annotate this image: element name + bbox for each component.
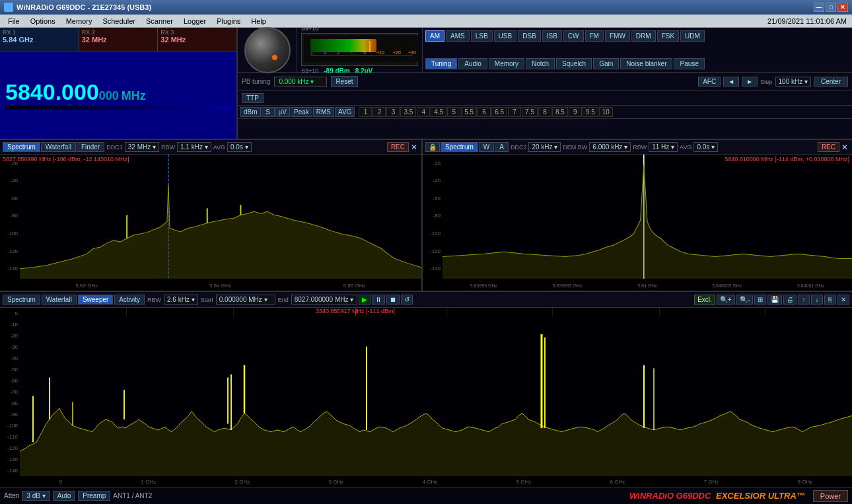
sscale-4[interactable]: 4 xyxy=(417,107,430,117)
mode-usb[interactable]: USB xyxy=(494,30,517,42)
func-memory[interactable]: Memory xyxy=(489,58,524,69)
sscale-45[interactable]: 4.5 xyxy=(431,107,446,117)
left-rbw-value[interactable]: 1.1 kHz ▾ xyxy=(177,142,211,152)
preamp-button[interactable]: Preamp xyxy=(78,491,110,501)
sweeper-refresh[interactable]: ↺ xyxy=(401,295,413,305)
mode-dsb[interactable]: DSB xyxy=(518,30,541,42)
func-squelch[interactable]: Squelch xyxy=(556,58,592,69)
mode-am[interactable]: AM xyxy=(425,30,444,42)
auto-button[interactable]: Auto xyxy=(53,491,76,501)
sscale-9[interactable]: 9 xyxy=(569,107,582,117)
sweeper-close[interactable]: ✕ xyxy=(837,295,849,305)
sweeper-rbw-value[interactable]: 2.6 kHz ▾ xyxy=(164,295,198,305)
left-avg-value[interactable]: 0.0s ▾ xyxy=(227,142,252,152)
sscale-85[interactable]: 8.5 xyxy=(552,107,568,117)
func-notch[interactable]: Notch xyxy=(526,58,555,69)
mode-lsb[interactable]: LSB xyxy=(471,30,493,42)
left-tab-finder[interactable]: Finder xyxy=(77,142,104,152)
sweeper-tab-waterfall[interactable]: Waterfall xyxy=(42,295,77,305)
sscale-s[interactable]: S xyxy=(262,107,275,117)
right-rec-button[interactable]: REC xyxy=(818,142,839,152)
sscale-10[interactable]: 10 xyxy=(599,107,613,117)
mode-udm[interactable]: UDM xyxy=(680,30,705,42)
mode-fm[interactable]: FM xyxy=(585,30,604,42)
menu-logger[interactable]: Logger xyxy=(178,16,211,26)
sscale-65[interactable]: 6.5 xyxy=(491,107,507,117)
left-ddc-value[interactable]: 32 MHz ▾ xyxy=(125,142,159,152)
mode-fsk[interactable]: FSK xyxy=(657,30,679,42)
sscale-55[interactable]: 5.5 xyxy=(461,107,477,117)
afc-button[interactable]: AFC xyxy=(698,77,721,87)
func-audio[interactable]: Audio xyxy=(458,58,487,69)
menu-scheduler[interactable]: Scheduler xyxy=(97,16,141,26)
sweeper-copy[interactable]: ⎘ xyxy=(824,295,836,305)
sscale-3[interactable]: 3 xyxy=(386,107,400,117)
rx-channel-2[interactable]: RX 2 32 MHz xyxy=(79,28,159,51)
rx-channel-1[interactable]: RX 1 5.84 GHz xyxy=(0,28,79,51)
right-avg-value[interactable]: 0.0s ▾ xyxy=(693,142,718,152)
sscale-1[interactable]: 1 xyxy=(359,107,372,117)
mode-isb[interactable]: ISB xyxy=(542,30,562,42)
func-pause[interactable]: Pause xyxy=(674,58,704,69)
pb-reset[interactable]: Reset xyxy=(331,76,357,87)
sweeper-pause[interactable]: ⏸ xyxy=(372,295,385,305)
sweeper-end-value[interactable]: 8027.000000 MHz ▾ xyxy=(291,295,357,305)
menu-options[interactable]: Options xyxy=(25,16,61,26)
sweeper-tab-sweeper[interactable]: Sweeper xyxy=(78,295,113,305)
sscale-6[interactable]: 6 xyxy=(478,107,491,117)
sscale-95[interactable]: 9.5 xyxy=(583,107,598,117)
sscale-75[interactable]: 7.5 xyxy=(522,107,538,117)
menu-scanner[interactable]: Scanner xyxy=(141,16,178,26)
sweeper-tab-activity[interactable]: Activity xyxy=(114,295,145,305)
sscale-peak[interactable]: Peak xyxy=(291,107,312,117)
right-dembw-value[interactable]: 6.000 kHz ▾ xyxy=(589,142,631,152)
rx-channel-3[interactable]: RX 3 32 MHz xyxy=(158,28,236,51)
sweeper-zoom-out[interactable]: 🔍- xyxy=(736,295,753,305)
func-tuning[interactable]: Tuning xyxy=(425,58,457,69)
menu-memory[interactable]: Memory xyxy=(61,16,98,26)
left-rec-button[interactable]: REC xyxy=(387,142,409,152)
right-tab-spectrum[interactable]: Spectrum xyxy=(441,142,478,152)
maximize-button[interactable]: □ xyxy=(826,3,836,12)
minimize-button[interactable]: — xyxy=(814,3,824,12)
ttp-button[interactable]: TTP xyxy=(242,93,264,103)
sscale-uv[interactable]: µV xyxy=(275,107,290,117)
sweeper-excl[interactable]: Excl. xyxy=(694,295,715,305)
sweeper-tab-spectrum[interactable]: Spectrum xyxy=(3,295,40,305)
sscale-35[interactable]: 3.5 xyxy=(400,107,416,117)
right-tab-a[interactable]: A xyxy=(495,142,509,152)
sscale-2[interactable]: 2 xyxy=(373,107,386,117)
left-settings-icon[interactable]: ✕ xyxy=(409,143,419,152)
sscale-avg[interactable]: AVG xyxy=(335,107,355,117)
left-tab-spectrum[interactable]: Spectrum xyxy=(3,142,40,152)
close-button[interactable]: ✕ xyxy=(837,3,848,12)
sweeper-save[interactable]: 💾 xyxy=(767,295,782,305)
afc-next[interactable]: ► xyxy=(742,77,758,87)
right-settings-icon[interactable]: ✕ xyxy=(840,143,849,152)
sweeper-zoom-in[interactable]: 🔍+ xyxy=(717,295,735,305)
power-button[interactable]: Power xyxy=(813,490,848,502)
afc-prev[interactable]: ◄ xyxy=(723,77,739,87)
vfo-dial[interactable] xyxy=(244,27,291,73)
right-ddc-value[interactable]: 20 kHz ▾ xyxy=(528,142,561,152)
menu-help[interactable]: Help xyxy=(246,16,271,26)
sweeper-play[interactable]: ▶ xyxy=(359,295,371,305)
right-tab-w[interactable]: W xyxy=(479,142,494,152)
sweeper-up[interactable]: ↑ xyxy=(798,295,810,305)
sscale-rms[interactable]: RMS xyxy=(313,107,334,117)
right-rbw-value[interactable]: 11 Hz ▾ xyxy=(649,142,678,152)
left-tab-waterfall[interactable]: Waterfall xyxy=(41,142,76,152)
sweeper-down[interactable]: ↓ xyxy=(811,295,823,305)
menu-file[interactable]: File xyxy=(3,16,25,26)
sweeper-start-value[interactable]: 0.000000 MHz ▾ xyxy=(216,295,275,305)
mode-fmw[interactable]: FMW xyxy=(605,30,630,42)
mode-drm[interactable]: DRM xyxy=(631,30,656,42)
func-noise-blanker[interactable]: Noise blanker xyxy=(620,58,672,69)
menu-plugins[interactable]: Plugins xyxy=(211,16,246,26)
sscale-7[interactable]: 7 xyxy=(508,107,521,117)
func-gain[interactable]: Gain xyxy=(593,58,619,69)
center-button[interactable]: Center xyxy=(814,77,848,87)
sweeper-fit[interactable]: ⊞ xyxy=(754,295,766,305)
sscale-8[interactable]: 8 xyxy=(538,107,551,117)
atten-value[interactable]: 3 dB ▾ xyxy=(22,491,50,501)
